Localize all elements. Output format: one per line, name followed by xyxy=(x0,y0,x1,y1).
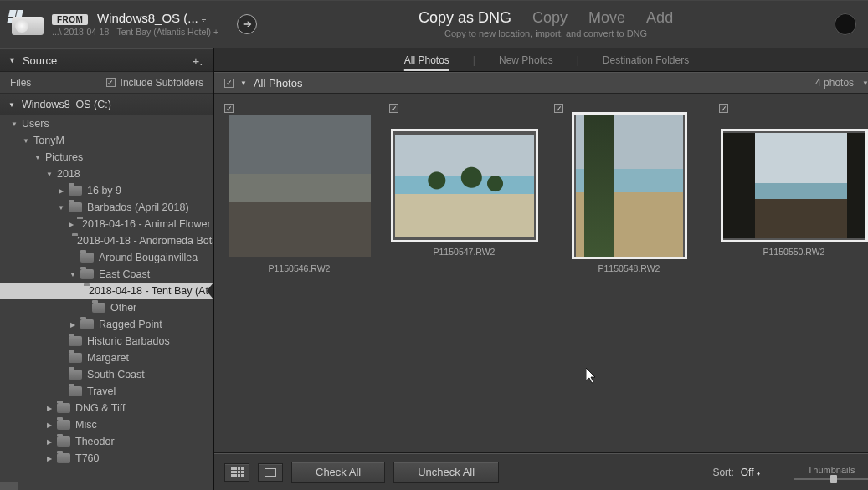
loupe-view-button[interactable] xyxy=(258,463,283,482)
source-sidebar: ▼ Source +. Files ✓ Include Subfolders ▼… xyxy=(0,48,214,490)
folder-icon xyxy=(69,353,82,363)
folder-tree-item[interactable]: Travel xyxy=(0,383,213,400)
add-source-button[interactable]: +. xyxy=(190,54,205,68)
thumbnail-grid: ✓P1150546.RW2✓P1150547.RW2✓P1150548.RW2✓… xyxy=(214,94,868,453)
files-label: Files xyxy=(10,77,31,89)
thumbnail-checkbox[interactable]: ✓ xyxy=(554,104,563,113)
thumbnail-filename: P1150547.RW2 xyxy=(434,247,496,257)
folder-tree-item[interactable]: ▶Misc xyxy=(0,416,213,433)
sort-dropdown[interactable]: Off ♦ xyxy=(741,467,760,478)
folder-tree-item[interactable]: ▶Ragged Point xyxy=(0,316,213,333)
folder-tree-item[interactable]: ▼Pictures xyxy=(0,149,213,166)
next-arrow-button[interactable]: ➔ xyxy=(237,14,257,34)
from-source-path: ...\ 2018-04-18 - Tent Bay (Atlantis Hot… xyxy=(52,27,218,38)
import-method-row[interactable]: Copy as DNG Copy Move Add xyxy=(410,8,681,28)
thumbnail-checkbox[interactable]: ✓ xyxy=(224,104,234,113)
folder-tree-item[interactable]: ▶DNG & Tiff xyxy=(0,400,213,416)
thumbnail-filename: P1150548.RW2 xyxy=(598,263,660,273)
tab-all-photos[interactable]: All Photos xyxy=(404,54,449,66)
import-method-move[interactable]: Move xyxy=(588,9,625,26)
chevron-down-icon: ▼ xyxy=(69,271,77,278)
include-subfolders-toggle[interactable]: ✓ Include Subfolders xyxy=(106,77,203,89)
thumbnail-cell[interactable]: ✓P1150546.RW2 xyxy=(223,102,376,273)
thumbnail-checkbox[interactable]: ✓ xyxy=(719,104,728,113)
thumbnail-image[interactable] xyxy=(723,131,865,240)
folder-tree-item[interactable]: ▶16 by 9 xyxy=(0,182,213,199)
folder-tree-item[interactable]: Margaret xyxy=(0,350,213,366)
chevron-right-icon: ▶ xyxy=(45,455,54,462)
thumbnail-cell[interactable]: ✓P1150548.RW2 xyxy=(552,102,706,273)
thumbnail-image[interactable] xyxy=(229,115,371,257)
folder-label: Misc xyxy=(75,419,97,431)
chevron-right-icon: ▶ xyxy=(69,221,74,228)
drive-row[interactable]: ▼ Windows8_OS (C:) xyxy=(0,94,213,115)
thumbnail-image[interactable] xyxy=(393,131,536,240)
drive-icon xyxy=(12,12,44,37)
top-header: FROM Windows8_OS (...÷ ...\ 2018-04-18 -… xyxy=(0,0,868,48)
folder-tree-item[interactable]: Historic Barbados xyxy=(0,333,213,350)
folder-tree-item[interactable]: ▼TonyM xyxy=(0,132,213,149)
thumbnail-filename: P1150546.RW2 xyxy=(269,263,331,273)
folder-label: DNG & Tiff xyxy=(75,402,126,414)
drive-label: Windows8_OS (C:) xyxy=(22,99,111,110)
chevron-down-icon: ▼ xyxy=(45,171,54,178)
folder-tree-item[interactable]: ▶T760 xyxy=(0,450,213,467)
chevron-down-icon: ▼ xyxy=(8,56,16,64)
grid-header-title: All Photos xyxy=(254,77,303,89)
folder-tree-item[interactable]: ▼East Coast xyxy=(0,266,213,283)
folder-tree-item[interactable]: ▼2018 xyxy=(0,166,213,182)
chevron-down-icon: ▼ xyxy=(22,137,30,145)
from-source-block: FROM Windows8_OS (...÷ ...\ 2018-04-18 -… xyxy=(12,10,257,38)
thumbnail-cell[interactable]: ✓P1150550.RW2 xyxy=(717,102,868,257)
select-all-checkbox[interactable]: ✓ xyxy=(224,79,234,88)
folder-icon xyxy=(92,303,105,313)
folder-tree-item[interactable]: ▼Users xyxy=(0,115,213,132)
folder-label: T760 xyxy=(75,452,100,464)
folder-label: Barbados (April 2018) xyxy=(87,202,189,213)
folder-label: Pictures xyxy=(45,151,83,163)
thumbnail-checkbox[interactable]: ✓ xyxy=(389,104,398,113)
folder-label: East Coast xyxy=(99,268,150,280)
thumbnail-filename: P1150550.RW2 xyxy=(763,247,825,257)
folder-icon xyxy=(69,370,82,380)
chevron-right-icon: ▶ xyxy=(69,321,77,329)
from-source-title[interactable]: Windows8_OS (...÷ xyxy=(97,11,206,25)
thumbnail-cell[interactable]: ✓P1150547.RW2 xyxy=(388,102,541,257)
folder-label: Users xyxy=(22,118,49,130)
check-all-button[interactable]: Check All xyxy=(291,462,385,483)
sort-label: Sort: xyxy=(712,467,733,478)
folder-label: 16 by 9 xyxy=(87,185,121,197)
folder-tree-item[interactable]: ▶2018-04-16 - Animal Flower C... xyxy=(0,216,213,232)
folder-label: Travel xyxy=(87,385,116,397)
tab-new-photos[interactable]: New Photos xyxy=(499,54,553,66)
folder-tree-item[interactable]: South Coast xyxy=(0,366,213,383)
destination-indicator[interactable] xyxy=(835,13,856,35)
chevron-right-icon: ▶ xyxy=(57,187,65,195)
grid-header: ✓ ▼ All Photos 4 photos ▼ xyxy=(214,72,868,94)
chevron-down-icon: ▼ xyxy=(57,204,65,212)
folder-tree-item[interactable]: Around Bougainvillea xyxy=(0,249,213,266)
folder-label: TonyM xyxy=(33,135,64,146)
folder-icon xyxy=(69,186,82,196)
folder-tree-item[interactable]: 2018-04-18 - Andromeda Bota... xyxy=(0,232,213,249)
folder-label: Around Bougainvillea xyxy=(99,252,198,263)
chevron-down-icon: ▼ xyxy=(8,101,15,109)
source-panel-title: Source xyxy=(23,54,57,67)
folder-label: South Coast xyxy=(87,369,145,380)
import-method-add[interactable]: Add xyxy=(646,9,673,26)
folder-icon xyxy=(80,269,94,279)
source-panel-header[interactable]: ▼ Source +. xyxy=(0,48,213,72)
thumbnails-slider[interactable] xyxy=(794,478,868,480)
import-method-copy-as-dng[interactable]: Copy as DNG xyxy=(419,9,511,26)
import-method-copy[interactable]: Copy xyxy=(532,9,568,26)
folder-tree-item[interactable]: ▶Theodor xyxy=(0,433,213,450)
files-row: Files ✓ Include Subfolders xyxy=(0,72,213,94)
folder-tree-item[interactable]: ▼Barbados (April 2018) xyxy=(0,199,213,216)
tab-destination-folders[interactable]: Destination Folders xyxy=(603,54,689,66)
folder-tree-item[interactable]: Other xyxy=(0,299,213,316)
folder-tree-item[interactable]: 2018-04-18 - Tent Bay (Atl... xyxy=(0,283,213,299)
thumbnail-image[interactable] xyxy=(574,115,685,257)
uncheck-all-button[interactable]: Uncheck All xyxy=(393,462,499,483)
grid-view-button[interactable] xyxy=(224,463,249,482)
folder-icon xyxy=(69,386,82,396)
